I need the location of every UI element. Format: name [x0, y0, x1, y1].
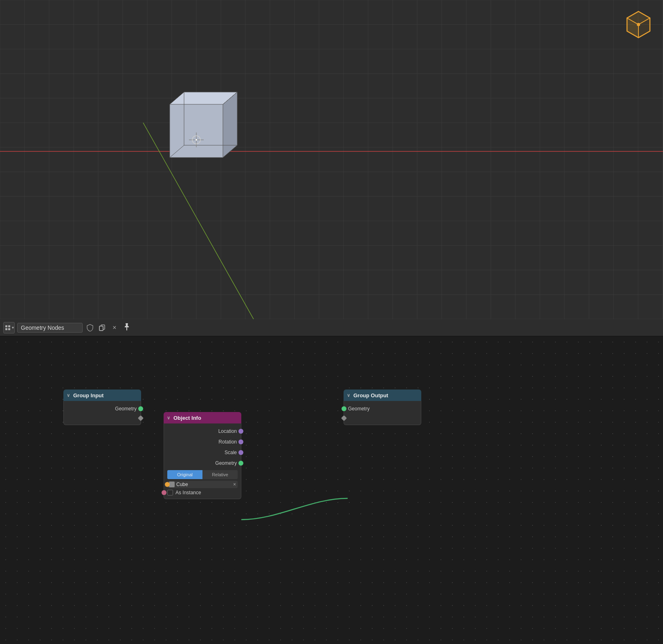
- relative-button[interactable]: Relative: [202, 470, 238, 479]
- group-input-geometry-socket: [138, 406, 143, 411]
- transform-mode-buttons: Original Relative: [167, 470, 238, 479]
- object-info-title: Object Info: [173, 415, 201, 421]
- object-field-row: Cube ×: [167, 481, 238, 488]
- group-output-chevron: ∨: [347, 393, 350, 398]
- svg-rect-5: [5, 325, 7, 327]
- rotation-socket: [238, 439, 243, 444]
- svg-rect-8: [8, 328, 10, 330]
- node-editor-header: ▾ Geometry Nodes ×: [0, 319, 663, 336]
- cube-icon: [169, 482, 175, 487]
- object-info-location-row: Location: [164, 426, 241, 437]
- node-group-output-header: ∨ Group Output: [344, 390, 421, 401]
- pin-button[interactable]: [124, 323, 130, 333]
- object-info-geometry-row: Geometry: [164, 458, 241, 468]
- scale-socket: [238, 450, 243, 455]
- group-output-extra-row: [344, 414, 421, 422]
- node-object-info: ∨ Object Info Location Rotation Scale: [164, 412, 241, 499]
- node-group-output: ∨ Group Output Geometry: [344, 390, 421, 425]
- original-button[interactable]: Original: [167, 470, 202, 479]
- object-info-body: Location Rotation Scale Geometry: [164, 423, 241, 499]
- close-button[interactable]: ×: [110, 323, 119, 333]
- node-group-input: ∨ Group Input Geometry: [63, 390, 141, 425]
- svg-point-4: [637, 23, 640, 26]
- nodetree-name-field[interactable]: Geometry Nodes: [17, 323, 83, 333]
- navigation-cube[interactable]: [622, 8, 655, 41]
- group-output-body: Geometry: [344, 401, 421, 425]
- group-input-body: Geometry: [63, 401, 141, 425]
- as-instance-row: As Instance: [164, 489, 241, 496]
- group-input-extra-socket: [138, 415, 144, 421]
- svg-rect-7: [5, 328, 7, 330]
- as-instance-checkbox[interactable]: [167, 490, 173, 495]
- copy-button[interactable]: [97, 323, 107, 333]
- connections-svg: [0, 336, 663, 644]
- group-output-geometry-row: Geometry: [344, 403, 421, 414]
- object-info-chevron: ∨: [167, 415, 170, 421]
- group-input-chevron: ∨: [67, 393, 70, 398]
- cube-clear-button[interactable]: ×: [233, 482, 236, 487]
- object-input-socket: [165, 482, 170, 487]
- svg-rect-6: [8, 325, 10, 327]
- node-object-info-header: ∨ Object Info: [164, 412, 241, 423]
- object-info-geometry-socket: [238, 461, 243, 466]
- group-output-extra-socket: [341, 415, 347, 421]
- group-input-title: Group Input: [73, 392, 103, 399]
- group-input-geometry-row: Geometry: [64, 403, 141, 414]
- group-input-extra-row: [64, 414, 141, 422]
- location-socket: [238, 429, 243, 434]
- as-instance-label: As Instance: [175, 490, 201, 495]
- group-output-geometry-socket: [342, 406, 346, 411]
- object-info-scale-row: Scale: [164, 447, 241, 458]
- editor-type-button[interactable]: ▾: [3, 322, 15, 333]
- viewport-3d[interactable]: [0, 0, 663, 319]
- group-output-title: Group Output: [353, 392, 388, 399]
- node-editor: ▾ Geometry Nodes ×: [0, 319, 663, 644]
- node-group-input-header: ∨ Group Input: [63, 390, 141, 401]
- as-instance-socket: [162, 490, 166, 495]
- shield-button[interactable]: [85, 323, 95, 333]
- object-info-rotation-row: Rotation: [164, 437, 241, 447]
- svg-rect-10: [99, 326, 103, 331]
- node-canvas[interactable]: ∨ Group Input Geometry ∨ Group Output: [0, 336, 663, 644]
- cube-label: Cube: [176, 482, 231, 487]
